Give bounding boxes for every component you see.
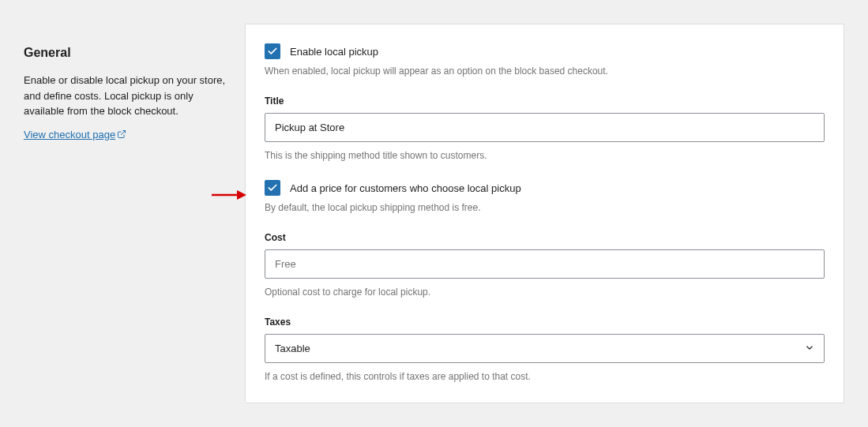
sidebar-description: Enable or disable local pickup on your s… — [24, 73, 229, 119]
taxes-help-text: If a cost is defined, this controls if t… — [265, 369, 825, 384]
view-checkout-link[interactable]: View checkout page — [24, 129, 126, 140]
taxes-label: Taxes — [265, 317, 825, 328]
annotation-arrow-icon — [212, 188, 246, 202]
check-icon — [267, 46, 278, 57]
enable-help-text: When enabled, local pickup will appear a… — [265, 64, 825, 78]
cost-input[interactable] — [265, 249, 825, 279]
title-label: Title — [265, 96, 825, 107]
enable-local-pickup-checkbox[interactable] — [265, 43, 280, 59]
sidebar-heading: General — [24, 46, 229, 60]
add-price-help-text: By default, the local pickup shipping me… — [265, 200, 825, 215]
svg-line-0 — [121, 130, 126, 135]
enable-local-pickup-label: Enable local pickup — [290, 46, 378, 58]
svg-marker-2 — [237, 190, 246, 200]
sidebar: General Enable or disable local pickup o… — [24, 24, 229, 403]
external-link-icon — [117, 129, 126, 141]
add-price-checkbox[interactable] — [265, 180, 280, 196]
check-icon — [267, 182, 278, 193]
add-price-label: Add a price for customers who choose loc… — [290, 182, 521, 194]
cost-label: Cost — [265, 232, 825, 243]
taxes-select[interactable]: Taxable — [265, 334, 825, 363]
title-help-text: This is the shipping method title shown … — [265, 148, 825, 163]
cost-help-text: Optional cost to charge for local pickup… — [265, 285, 825, 299]
title-input[interactable] — [265, 113, 825, 142]
settings-panel: Enable local pickup When enabled, local … — [245, 24, 844, 403]
